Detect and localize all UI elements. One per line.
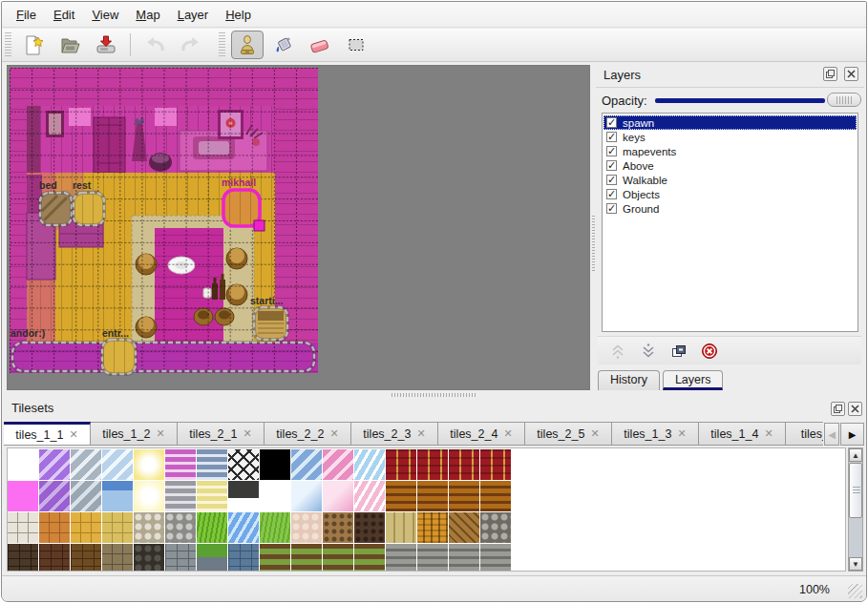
- stamp-brush-button[interactable]: [231, 31, 264, 59]
- tileset-tile[interactable]: [8, 512, 38, 543]
- tileset-tile[interactable]: [386, 544, 416, 572]
- tileset-tile[interactable]: [449, 449, 479, 480]
- object-resize-handle[interactable]: [254, 220, 265, 231]
- tab-close-icon[interactable]: ✕: [590, 427, 599, 440]
- tileset-tile[interactable]: [8, 481, 38, 511]
- opacity-slider-track[interactable]: [655, 98, 825, 103]
- tab-close-icon[interactable]: ✕: [677, 427, 686, 440]
- tileset-tile[interactable]: [228, 481, 259, 511]
- tileset-tile[interactable]: [417, 449, 448, 480]
- layer-row[interactable]: ✓ mapevents: [603, 144, 857, 158]
- tileset-tile[interactable]: [480, 544, 511, 572]
- tileset-tab[interactable]: tiles_2_2 ✕: [265, 422, 351, 446]
- layer-row[interactable]: ✓ Above: [603, 158, 857, 173]
- tileset-tile[interactable]: [386, 512, 416, 543]
- scroll-down-icon[interactable]: ▼: [849, 557, 862, 571]
- tileset-tile[interactable]: [323, 449, 353, 480]
- menu-edit[interactable]: Edit: [45, 4, 83, 26]
- float-panel-icon[interactable]: [823, 67, 837, 81]
- tileset-tile[interactable]: [197, 481, 227, 511]
- tileset-tile[interactable]: [8, 449, 38, 480]
- bucket-fill-button[interactable]: [267, 31, 300, 59]
- tileset-tile[interactable]: [417, 512, 448, 543]
- menu-file[interactable]: File: [8, 4, 45, 26]
- tileset-tile[interactable]: [417, 544, 448, 572]
- tileset-tile[interactable]: [197, 512, 227, 543]
- tileset-tile[interactable]: [134, 544, 164, 572]
- tileset-tile[interactable]: [260, 449, 290, 480]
- new-map-button[interactable]: [17, 31, 50, 59]
- tileset-tile[interactable]: [260, 512, 290, 543]
- tab-close-icon[interactable]: ✕: [69, 428, 77, 441]
- tab-history[interactable]: History: [598, 370, 660, 390]
- tileset-tile[interactable]: [39, 449, 70, 480]
- tileset-tile[interactable]: [102, 544, 133, 572]
- tab-close-icon[interactable]: ✕: [329, 427, 338, 440]
- tab-close-icon[interactable]: ✕: [764, 427, 773, 440]
- tileset-tile[interactable]: [386, 449, 416, 480]
- tileset-tile[interactable]: [260, 544, 290, 572]
- tileset-tile[interactable]: [480, 449, 511, 480]
- layer-visibility-checkbox[interactable]: ✓: [606, 160, 617, 171]
- tileset-tile[interactable]: [165, 512, 196, 543]
- duplicate-layer-button[interactable]: [665, 339, 693, 364]
- tab-scroll-left-icon[interactable]: ◀: [824, 423, 839, 446]
- layer-visibility-checkbox[interactable]: ✓: [606, 117, 617, 128]
- move-layer-down-button[interactable]: [634, 339, 663, 364]
- tab-close-icon[interactable]: ✕: [503, 427, 512, 440]
- tileset-tile[interactable]: [260, 481, 290, 511]
- tab-scroll-right-icon[interactable]: ▶: [840, 423, 864, 446]
- undo-button[interactable]: [138, 31, 171, 59]
- tileset-tile[interactable]: [197, 449, 227, 480]
- tileset-tab[interactable]: tiles_1_ ✕: [786, 422, 823, 446]
- menu-view[interactable]: View: [83, 4, 127, 26]
- map-object-starti[interactable]: [254, 307, 287, 340]
- tileset-tab[interactable]: tiles_2_5 ✕: [525, 422, 612, 446]
- map-object-rest[interactable]: [74, 193, 104, 225]
- tileset-tab[interactable]: tiles_1_2 ✕: [91, 422, 178, 446]
- open-map-button[interactable]: [53, 31, 86, 59]
- tileset-tile[interactable]: [354, 481, 385, 511]
- tileset-tile[interactable]: [228, 512, 259, 543]
- tileset-view[interactable]: [7, 447, 846, 572]
- close-panel-icon[interactable]: [844, 67, 858, 81]
- map-object-mikhail-selected[interactable]: [223, 190, 265, 231]
- opacity-slider-handle[interactable]: [827, 93, 861, 107]
- tileset-tile[interactable]: [323, 544, 353, 572]
- layer-row[interactable]: ✓ keys: [603, 130, 857, 144]
- tileset-tab[interactable]: tiles_1_1 ✕: [4, 422, 91, 446]
- tileset-tile[interactable]: [480, 481, 511, 511]
- layer-row[interactable]: ✓ Objects: [603, 187, 857, 201]
- layer-row[interactable]: ✓ Ground: [603, 201, 857, 216]
- tileset-tile[interactable]: [71, 449, 101, 480]
- map-object-entr[interactable]: [102, 340, 136, 374]
- tileset-tile[interactable]: [291, 481, 322, 511]
- tileset-tile[interactable]: [323, 481, 353, 511]
- tileset-tile[interactable]: [165, 449, 196, 480]
- menu-help[interactable]: Help: [217, 4, 260, 26]
- move-layer-up-button[interactable]: [603, 339, 632, 364]
- tab-close-icon[interactable]: ✕: [243, 427, 251, 440]
- horizontal-splitter[interactable]: [2, 391, 867, 397]
- tileset-tile[interactable]: [134, 481, 164, 511]
- map-viewport[interactable]: bed rest mikhail starti... entr... andor…: [7, 65, 590, 390]
- tileset-tile[interactable]: [165, 481, 196, 511]
- menu-map[interactable]: Map: [127, 4, 168, 26]
- tileset-tile[interactable]: [39, 481, 70, 511]
- toolbar-grip[interactable]: [5, 32, 11, 57]
- delete-layer-button[interactable]: [695, 339, 724, 364]
- window-resize-grip[interactable]: [848, 584, 862, 598]
- tileset-tile[interactable]: [386, 481, 416, 511]
- scroll-up-icon[interactable]: ▲: [849, 448, 862, 462]
- layer-visibility-checkbox[interactable]: ✓: [606, 203, 617, 214]
- tileset-tile[interactable]: [71, 512, 101, 543]
- tab-layers[interactable]: Layers: [663, 370, 724, 390]
- layer-visibility-checkbox[interactable]: ✓: [606, 132, 617, 142]
- tileset-tile[interactable]: [417, 481, 448, 511]
- float-panel-icon[interactable]: [831, 402, 845, 416]
- tileset-tile[interactable]: [449, 481, 479, 511]
- tileset-tile[interactable]: [323, 512, 353, 543]
- tab-close-icon[interactable]: ✕: [156, 427, 164, 440]
- save-map-button[interactable]: [90, 31, 122, 59]
- layer-visibility-checkbox[interactable]: ✓: [606, 189, 617, 199]
